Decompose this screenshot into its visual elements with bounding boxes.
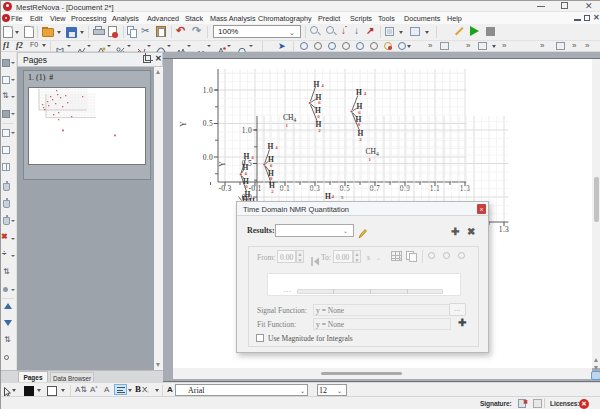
svg-text:4: 4 [364, 91, 367, 96]
svg-text:CH4: CH4 [283, 113, 296, 123]
svg-text:1.3: 1.3 [460, 184, 470, 193]
svg-text:-0.1: -0.1 [248, 184, 261, 193]
svg-text:x: x [341, 194, 344, 200]
svg-text:0.1: 0.1 [280, 184, 290, 193]
svg-text:0.5: 0.5 [203, 119, 213, 128]
svg-text:H: H [325, 192, 331, 201]
svg-text:1.0: 1.0 [203, 86, 213, 95]
svg-text:Y: Y [179, 121, 188, 127]
svg-text:1.3: 1.3 [499, 225, 509, 234]
svg-text:0.3: 0.3 [310, 184, 320, 193]
svg-text:1.1: 1.1 [430, 184, 440, 193]
svg-text:0.7: 0.7 [370, 184, 380, 193]
svg-text:H: H [314, 80, 320, 89]
svg-text:0.0: 0.0 [203, 153, 213, 162]
svg-text:H: H [268, 142, 274, 151]
svg-text:H: H [244, 152, 250, 161]
svg-text:-0.3: -0.3 [218, 184, 231, 193]
svg-text:H: H [356, 88, 362, 97]
svg-text:1.0: 1.0 [242, 126, 252, 135]
svg-text:Y: Y [218, 161, 227, 167]
svg-text:0.9: 0.9 [400, 184, 410, 193]
svg-text:4: 4 [321, 83, 324, 88]
svg-text:0.5: 0.5 [340, 184, 350, 193]
